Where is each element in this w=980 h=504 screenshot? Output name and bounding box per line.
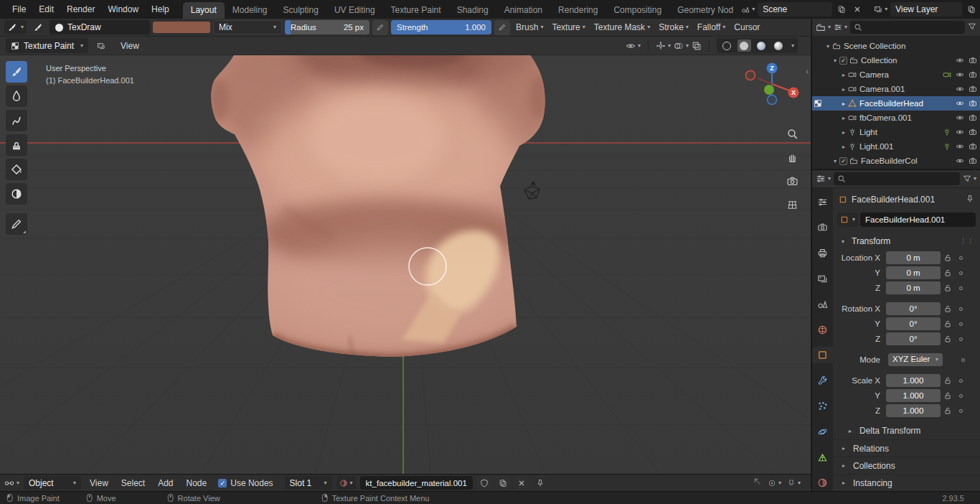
lock-icon[interactable] xyxy=(941,304,955,313)
animate-dot[interactable] xyxy=(955,322,966,326)
mode-dropdown[interactable]: Texture Paint ▾ xyxy=(6,38,88,53)
render-visibility-icon[interactable] xyxy=(969,85,977,93)
hide-eye-icon[interactable] xyxy=(956,157,964,165)
panel-delta-transform[interactable]: ▸ Delta Transform xyxy=(833,422,980,439)
tool-smear-button[interactable] xyxy=(6,110,27,131)
gizmos-dropdown[interactable]: ▾ xyxy=(656,41,671,51)
hide-eye-icon[interactable] xyxy=(956,128,964,136)
scene-new-copy-button[interactable] xyxy=(835,3,848,16)
tab-render-properties[interactable] xyxy=(812,220,834,236)
rotation-z-field[interactable]: 0° xyxy=(886,332,941,345)
outliner-item-camera-001[interactable]: ▸ Camera.001 xyxy=(812,82,980,96)
texture-popover[interactable]: Texture▾ xyxy=(549,22,588,32)
pin-node-tree-button[interactable] xyxy=(533,476,547,490)
lock-icon[interactable] xyxy=(941,376,955,385)
animate-dot[interactable] xyxy=(955,394,966,398)
tab-animation[interactable]: Animation xyxy=(496,2,550,19)
texture-slots-button[interactable] xyxy=(93,38,110,53)
object-visibility-dropdown[interactable]: ▾ xyxy=(626,41,641,51)
outliner-item-scene-collection[interactable]: ▾ Scene Collection xyxy=(812,39,980,53)
shading-material-button[interactable] xyxy=(755,39,768,52)
outliner-search-input[interactable] xyxy=(850,21,965,34)
location-y-field[interactable]: 0 m xyxy=(886,266,941,279)
viewport-view-menu[interactable]: View xyxy=(114,37,146,55)
unlink-material-button[interactable] xyxy=(514,476,529,490)
tool-clone-button[interactable] xyxy=(6,134,27,156)
material-browse-button[interactable]: ▾ xyxy=(336,476,356,490)
collection-checkbox[interactable]: ✓ xyxy=(839,157,847,165)
animate-dot[interactable] xyxy=(955,409,966,413)
xray-toggle[interactable] xyxy=(692,41,702,51)
tab-sculpting[interactable]: Sculpting xyxy=(275,2,326,19)
expand-arrow-icon[interactable]: ▾ xyxy=(831,57,839,64)
texture-mask-popover[interactable]: Texture Mask▾ xyxy=(591,22,653,32)
expand-arrow-icon[interactable]: ▸ xyxy=(839,72,848,78)
object-browse-button[interactable]: ▾ xyxy=(837,213,858,227)
scale-y-field[interactable]: 1.000 xyxy=(886,389,941,402)
hide-eye-icon[interactable] xyxy=(956,99,964,108)
region-collapse-arrow[interactable]: ‹ xyxy=(806,67,809,75)
blend-mode-dropdown[interactable]: Mix▾ xyxy=(213,20,282,34)
pin-icon[interactable] xyxy=(966,195,974,205)
render-visibility-icon[interactable] xyxy=(969,70,977,79)
lock-icon[interactable] xyxy=(941,391,955,400)
ortho-toggle-button[interactable] xyxy=(784,197,800,213)
strength-pressure-toggle[interactable] xyxy=(494,20,510,35)
outliner-editor-type-button[interactable]: ▾ xyxy=(816,22,831,32)
panel-relations[interactable]: ▸ Relations xyxy=(833,439,980,457)
outliner-display-mode-button[interactable]: ▾ xyxy=(834,23,847,32)
tool-annotate-button[interactable] xyxy=(6,213,27,235)
scale-z-field[interactable]: 1.000 xyxy=(886,404,941,417)
hide-eye-icon[interactable] xyxy=(956,70,964,79)
tab-object-properties[interactable] xyxy=(812,347,834,363)
outliner-item-fbcamera-001[interactable]: ▸ fbCamera.001 xyxy=(812,111,980,125)
expand-arrow-icon[interactable]: ▸ xyxy=(839,115,848,121)
object-name-input[interactable]: FaceBuilderHead.001 xyxy=(860,213,976,227)
scene-unlink-button[interactable] xyxy=(851,3,864,16)
tab-uv-editing[interactable]: UV Editing xyxy=(326,2,383,19)
animate-dot[interactable] xyxy=(957,358,969,362)
strength-slider[interactable]: Strength1.000 xyxy=(391,20,491,34)
shader-add-menu[interactable]: Add xyxy=(154,478,177,488)
tab-scene-properties[interactable] xyxy=(812,296,834,312)
lock-icon[interactable] xyxy=(941,269,955,277)
navigation-gizmo[interactable]: Z X xyxy=(729,61,809,107)
hide-eye-icon[interactable] xyxy=(956,113,964,122)
material-name-field[interactable]: kt_facebuilder_material.001 xyxy=(360,476,473,490)
cursor-popover[interactable]: Cursor xyxy=(731,22,763,32)
panel-instancing[interactable]: ▸ Instancing xyxy=(833,474,980,491)
tab-physics-properties[interactable] xyxy=(812,424,834,440)
animate-dot[interactable] xyxy=(955,271,966,275)
camera-view-button[interactable] xyxy=(784,173,800,189)
outliner-item-light-001[interactable]: ▸ Light.001 xyxy=(812,139,980,154)
tool-fill-button[interactable] xyxy=(6,159,27,180)
brush-preview-button[interactable]: ▾ xyxy=(4,20,27,34)
brush-color-swatch[interactable] xyxy=(153,22,210,33)
menu-help[interactable]: Help xyxy=(145,0,176,19)
gizmo-minus-x-ball[interactable] xyxy=(746,71,755,80)
tab-compositing[interactable]: Compositing xyxy=(606,2,669,19)
panel-drag-handle[interactable]: ⋮⋮ xyxy=(960,238,974,245)
render-visibility-icon[interactable] xyxy=(969,56,977,65)
zoom-button[interactable] xyxy=(784,126,800,141)
animate-dot[interactable] xyxy=(955,286,966,290)
tab-object-data-properties[interactable] xyxy=(812,449,834,466)
menu-window[interactable]: Window xyxy=(101,0,145,19)
properties-filter-button[interactable]: ▾ xyxy=(963,174,976,183)
shading-wireframe-button[interactable] xyxy=(720,39,734,52)
tab-modifier-properties[interactable] xyxy=(812,373,834,389)
render-visibility-icon[interactable] xyxy=(969,113,977,122)
tab-material-properties[interactable] xyxy=(812,475,834,491)
shader-node-menu[interactable]: Node xyxy=(182,478,212,488)
tab-particles-properties[interactable] xyxy=(812,398,834,415)
rotation-y-field[interactable]: 0° xyxy=(886,317,941,330)
insert-offset-icon[interactable] xyxy=(753,477,762,488)
render-visibility-icon[interactable] xyxy=(969,142,977,151)
outliner-item-facebuildercol[interactable]: ▾ ✓ FaceBuilderCol xyxy=(812,154,980,168)
expand-arrow-icon[interactable]: ▸ xyxy=(839,101,848,107)
properties-editor-type-button[interactable]: ▾ xyxy=(816,174,831,184)
shader-editor-type-button[interactable]: ▾ xyxy=(4,478,19,488)
new-material-copy-button[interactable] xyxy=(496,476,510,490)
tab-layout[interactable]: Layout xyxy=(183,2,225,19)
fake-user-shield-button[interactable] xyxy=(477,476,491,490)
